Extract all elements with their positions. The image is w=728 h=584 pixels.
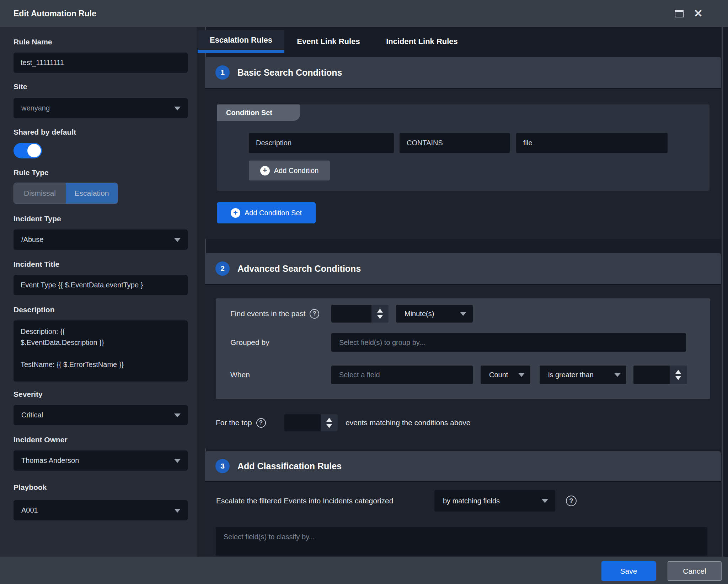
top-value: [284, 414, 321, 431]
spinner-up-icon[interactable]: [326, 418, 332, 422]
description-textarea[interactable]: Description: {{ $.EventData.Description …: [14, 320, 188, 382]
time-unit-value: Minute(s): [405, 310, 434, 318]
plus-icon: +: [260, 166, 270, 175]
cancel-button[interactable]: Cancel: [668, 561, 722, 581]
chevron-down-icon: [542, 499, 548, 503]
add-condition-button[interactable]: + Add Condition: [249, 161, 330, 180]
rule-type-label: Rule Type: [14, 168, 49, 177]
add-condition-set-label: Add Condition Set: [245, 209, 302, 217]
footer-bar: Save Cancel: [0, 557, 728, 584]
rule-type-option-dismissal[interactable]: Dismissal: [14, 183, 66, 204]
escalate-text: Escalate the filtered Events into Incide…: [216, 490, 393, 512]
shared-by-default-label: Shared by default: [14, 128, 76, 136]
edit-automation-rule-dialog: Edit Automation Rule ✕ Rule Name Site we…: [0, 0, 728, 584]
spinner-down-icon[interactable]: [675, 376, 681, 380]
severity-value: Critical: [21, 411, 43, 419]
categorize-by-select[interactable]: by matching fields: [434, 490, 555, 512]
rule-name-label: Rule Name: [14, 38, 52, 46]
threshold-number-input[interactable]: [633, 366, 687, 384]
spinner-up-icon[interactable]: [377, 309, 383, 313]
tab-event-link-rules[interactable]: Event Link Rules: [293, 30, 364, 53]
top-number-input[interactable]: [284, 414, 338, 431]
save-button[interactable]: Save: [601, 561, 656, 581]
time-unit-select[interactable]: Minute(s): [396, 305, 473, 323]
find-events-value: [331, 305, 371, 323]
maximize-icon[interactable]: [675, 10, 684, 17]
comparator-value: is greater than: [548, 371, 594, 379]
tab-escalation-rules[interactable]: Escalation Rules: [198, 30, 284, 53]
tab-incident-link-rules[interactable]: Incident Link Rules: [381, 30, 462, 53]
aggregation-value: Count: [489, 371, 508, 379]
when-label: When: [230, 366, 250, 384]
condition-value-input[interactable]: file: [516, 133, 668, 153]
grouped-by-input[interactable]: Select field(s) to group by...: [331, 333, 686, 352]
playbook-value: A001: [21, 506, 38, 514]
playbook-select[interactable]: A001: [14, 500, 188, 520]
chevron-down-icon: [518, 373, 525, 377]
classify-by-input[interactable]: Select field(s) to classify by...: [216, 527, 707, 556]
shared-by-default-toggle[interactable]: [14, 143, 42, 158]
section-2-header: 2 Advanced Search Conditions: [205, 253, 721, 285]
section-1-title: Basic Search Conditions: [237, 67, 342, 78]
plus-icon: +: [231, 208, 240, 218]
toggle-knob: [27, 144, 41, 157]
severity-label: Severity: [14, 390, 43, 399]
incident-type-value: /Abuse: [21, 236, 43, 244]
section-3-badge: 3: [215, 459, 230, 473]
rule-name-input[interactable]: [14, 53, 188, 73]
site-value: wenyang: [21, 104, 50, 112]
find-events-label: Find events in the past ?: [230, 305, 319, 323]
number-spinner[interactable]: [371, 305, 389, 323]
section-3-title: Add Classification Rules: [237, 461, 342, 471]
chevron-down-icon: [460, 312, 466, 316]
section-2-title: Advanced Search Conditions: [237, 264, 361, 274]
incident-title-input[interactable]: [14, 275, 188, 295]
number-spinner[interactable]: [670, 366, 687, 384]
question-icon[interactable]: ?: [256, 418, 266, 428]
spinner-down-icon[interactable]: [326, 424, 332, 428]
grouped-by-label: Grouped by: [230, 333, 269, 352]
comparator-select[interactable]: is greater than: [540, 366, 626, 384]
when-field-select[interactable]: Select a field: [331, 366, 473, 384]
aggregation-select[interactable]: Count: [481, 366, 530, 384]
find-events-number-input[interactable]: [331, 305, 389, 323]
playbook-label: Playbook: [14, 483, 47, 492]
top-suffix-text: events matching the conditions above: [346, 414, 470, 431]
rule-type-segmented-control: Dismissal Escalation: [14, 183, 118, 204]
incident-type-label: Incident Type: [14, 215, 61, 223]
severity-select[interactable]: Critical: [14, 405, 188, 425]
add-condition-set-button[interactable]: + Add Condition Set: [217, 202, 316, 223]
section-advanced-search-conditions: 2 Advanced Search Conditions Find events…: [205, 253, 721, 449]
advanced-conditions-form: Find events in the past ? Minute(s) Grou…: [216, 298, 710, 399]
number-spinner[interactable]: [321, 414, 338, 431]
spinner-down-icon[interactable]: [377, 315, 383, 319]
spinner-up-icon[interactable]: [675, 370, 681, 374]
condition-operator-select[interactable]: CONTAINS: [400, 133, 510, 153]
title-bar: Edit Automation Rule ✕: [0, 0, 728, 27]
chevron-down-icon: [174, 459, 181, 463]
site-select[interactable]: wenyang: [14, 98, 188, 118]
section-2-badge: 2: [215, 261, 230, 276]
incident-type-select[interactable]: /Abuse: [14, 229, 188, 250]
site-label: Site: [14, 82, 27, 91]
question-icon[interactable]: ?: [566, 496, 577, 506]
condition-set-container: Condition Set Description CONTAINS file …: [217, 104, 710, 191]
rule-type-option-escalation[interactable]: Escalation: [66, 183, 118, 204]
chevron-down-icon: [614, 373, 621, 377]
chevron-down-icon: [174, 413, 181, 417]
chevron-down-icon: [174, 107, 181, 110]
section-add-classification-rules: 3 Add Classification Rules Escalate the …: [205, 451, 721, 557]
for-the-top-label: For the top ?: [216, 414, 266, 431]
question-icon[interactable]: ?: [310, 309, 319, 319]
condition-field-select[interactable]: Description: [249, 133, 394, 153]
close-icon[interactable]: ✕: [691, 7, 705, 20]
add-condition-label: Add Condition: [274, 167, 319, 175]
dialog-title: Edit Automation Rule: [14, 0, 96, 27]
threshold-value: [633, 366, 670, 384]
incident-owner-select[interactable]: Thomas Anderson: [14, 450, 188, 471]
content-scrollbar[interactable]: [722, 27, 723, 557]
chevron-down-icon: [174, 509, 181, 513]
incident-owner-value: Thomas Anderson: [21, 456, 79, 465]
chevron-down-icon: [174, 238, 181, 242]
section-3-header: 3 Add Classification Rules: [205, 451, 721, 482]
